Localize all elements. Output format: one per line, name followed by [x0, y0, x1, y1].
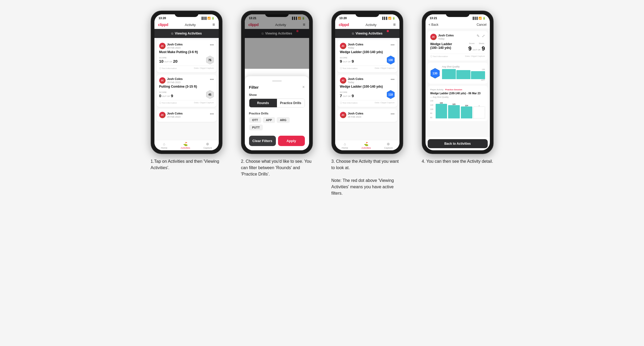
- nav-bar-3: clippd Activity ≡: [335, 21, 399, 29]
- chart-max-label: 130: [482, 69, 485, 70]
- avatar-3-1: JC: [340, 43, 346, 49]
- phone-4: 13:21 ▐▐▐ 📶 🔋 < Back Cancel: [422, 11, 494, 154]
- modal-overlay-2[interactable]: [245, 14, 309, 69]
- tab-activities-1[interactable]: ⛳ Activities: [181, 142, 190, 149]
- banner-text-1: Viewing Activities: [175, 32, 202, 35]
- more-dots-1-2[interactable]: •••: [210, 77, 214, 82]
- tab-capture-3[interactable]: ⊕ Capture: [384, 142, 393, 149]
- chip-ott[interactable]: OTT: [249, 117, 261, 123]
- signal-icon: ▐▐▐: [201, 17, 206, 20]
- tab-activities-3[interactable]: ⛳ Activities: [361, 142, 371, 149]
- cancel-button[interactable]: Cancel: [477, 23, 486, 27]
- user-name-1-2: Josh Coles: [167, 77, 183, 81]
- phone-2: 13:21 ▐▐▐ 📶 🔋 clippd Activity ≡ ⧉ Vi: [241, 11, 313, 154]
- rounds-btn[interactable]: Rounds: [249, 99, 277, 107]
- bar-chart-2: [448, 105, 460, 118]
- menu-icon-1[interactable]: ≡: [212, 22, 215, 27]
- bar-1: [442, 69, 456, 79]
- user-name-3-2: Josh Coles: [348, 77, 364, 81]
- status-icons-1: ▐▐▐ 📶 🔋: [201, 17, 214, 20]
- bar-val-2: 129: [452, 103, 456, 105]
- score-col-label: Score: [469, 42, 475, 45]
- shots-val-3-2: 9: [352, 93, 354, 98]
- activity-card-3-1[interactable]: JC Josh Coles Today ••• Wedge Ladder (10…: [337, 40, 397, 72]
- card-title-3-2: Wedge Ladder (100-140 yds): [340, 85, 395, 88]
- phone-3: 13:20 ▐▐▐ 📶 🔋 clippd Activity ≡ ⧉ Vi: [331, 11, 403, 154]
- activity-card-1-3: JC Josh Coles 28 Feb 2023 •••: [157, 109, 217, 122]
- detail-avatar: JC: [430, 34, 437, 40]
- activity-card-1-2[interactable]: JC Josh Coles 28 Feb 2023 ••• Putting Co…: [157, 75, 217, 107]
- filter-icon-3: ⧉: [352, 32, 354, 35]
- nav-title-1: Activity: [185, 23, 196, 27]
- capture-icon-3: ⊕: [387, 142, 390, 146]
- practice-drills-btn[interactable]: Practice Drills: [277, 99, 305, 107]
- wifi-icon: 📶: [207, 17, 211, 20]
- user-info-1-3: JC Josh Coles 28 Feb 2023: [159, 112, 183, 118]
- more-dots-3-2[interactable]: •••: [391, 77, 395, 82]
- apply-btn[interactable]: Apply: [278, 136, 305, 146]
- edit-icon[interactable]: ✎: [477, 34, 480, 38]
- back-button[interactable]: < Back: [429, 23, 439, 27]
- phone-3-column: 13:20 ▐▐▐ 📶 🔋 clippd Activity ≡ ⧉ Vi: [326, 11, 409, 197]
- detail-score-val: 9: [468, 45, 472, 52]
- shots-val-3-1: 9: [352, 59, 354, 63]
- footer-left-1-2: ⓘ Test Information: [159, 101, 177, 104]
- y-label-140: 140: [430, 100, 433, 102]
- clear-filters-btn[interactable]: Clear Filters: [249, 136, 276, 146]
- back-to-activities-btn[interactable]: Back to Activities: [428, 139, 488, 148]
- shots-val-1-1: 20: [173, 59, 178, 63]
- caption-2: 2. Choose what you'd like to see. You ca…: [241, 158, 313, 177]
- more-dots-1-1[interactable]: •••: [210, 43, 214, 47]
- phone-4-column: 13:21 ▐▐▐ 📶 🔋 < Back Cancel: [416, 11, 499, 197]
- phone-1-content: JC Josh Coles 28 Feb 2023 ••• Must Make …: [154, 38, 219, 140]
- bar-val-1: 132: [440, 102, 443, 104]
- session-subtitle: Wedge Ladder (100-140 yds) - 06 Mar 23: [430, 92, 485, 95]
- user-info-3-2: JC Josh Coles Today: [340, 77, 364, 84]
- modal-close-btn[interactable]: ×: [302, 85, 305, 89]
- user-date-3-1: Today: [348, 46, 364, 49]
- menu-icon-3[interactable]: ≡: [393, 22, 395, 27]
- quality-hex-badge: 130: [430, 68, 440, 79]
- chip-app[interactable]: APP: [263, 117, 275, 123]
- tab-home-1[interactable]: ⌂ Home: [161, 142, 167, 149]
- more-dots-3-1[interactable]: •••: [391, 43, 395, 47]
- card-title-1-2: Putting Combine (3-15 ft): [159, 85, 214, 88]
- tab-home-3[interactable]: ⌂ Home: [342, 142, 348, 149]
- filter-modal: Filter × Show Rounds Practice Drills Pra…: [245, 76, 309, 150]
- user-date-3-3: 28 Feb 2023: [348, 116, 364, 118]
- tab-capture-1[interactable]: ⊕ Capture: [203, 142, 212, 149]
- banner-text-3: Viewing Activities: [356, 32, 382, 35]
- chip-putt[interactable]: PUTT: [249, 125, 263, 130]
- more-dots-1-3[interactable]: •••: [210, 112, 214, 116]
- activity-card-1-1[interactable]: JC Josh Coles 28 Feb 2023 ••• Must Make …: [157, 40, 217, 72]
- bottom-tabs-3: ⌂ Home ⛳ Activities ⊕ Capture: [335, 140, 399, 150]
- y-label-100: 100: [430, 108, 433, 110]
- status-icons-3: ▐▐▐ 📶 🔋: [381, 17, 395, 20]
- session-label: Player Activity · Practice Session: [430, 88, 485, 91]
- modal-handle: [272, 80, 282, 82]
- more-dots-3-3[interactable]: •••: [391, 112, 395, 116]
- footer-right-1-1: Data: Clippd Capture: [194, 67, 214, 70]
- expand-icon[interactable]: ⤢: [482, 34, 485, 38]
- phone-notch-4: [446, 11, 470, 17]
- tab-activities-label-3: Activities: [361, 147, 371, 149]
- wifi-icon-3: 📶: [388, 17, 391, 20]
- user-name-3-1: Josh Coles: [348, 43, 364, 46]
- filter-icon-1: ⧉: [171, 32, 173, 35]
- avg-quality-card: 130 Avg Shot Quality 130: [428, 63, 488, 84]
- activity-card-3-2[interactable]: JC Josh Coles Today ••• Wedge Ladder (10…: [337, 75, 397, 107]
- score-label-1-1: Score: [159, 57, 178, 59]
- session-avg-label: --- Avg Shot Quality: [430, 96, 485, 98]
- viewing-banner-3[interactable]: ⧉ Viewing Activities: [335, 29, 399, 38]
- chip-arg[interactable]: ARG: [277, 117, 289, 123]
- detail-user-date: Today: [438, 37, 454, 40]
- detail-user-name: Josh Coles: [438, 34, 454, 37]
- out-of-3-1: OUT OF: [343, 61, 351, 63]
- viewing-banner-1[interactable]: ⧉ Viewing Activities: [154, 29, 219, 38]
- filter-toggle-row: Rounds Practice Drills: [249, 99, 305, 108]
- avatar-3-2: JC: [340, 77, 346, 84]
- detail-out-of: OUT OF: [473, 49, 481, 51]
- score-val-1-2: 0: [159, 93, 161, 98]
- wifi-icon-4: 📶: [478, 17, 482, 20]
- shots-val-1-2: 9: [171, 93, 173, 98]
